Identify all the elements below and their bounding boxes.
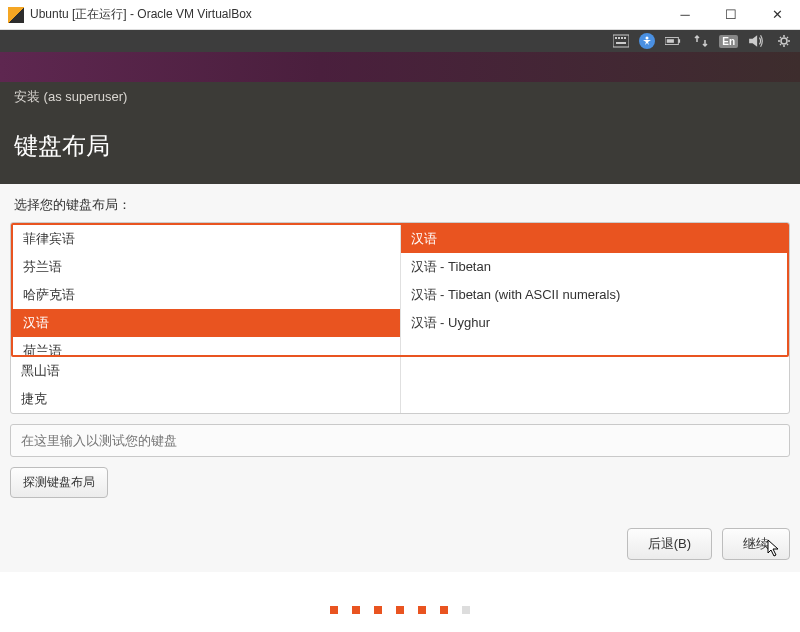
svg-rect-2 bbox=[618, 37, 620, 39]
svg-point-6 bbox=[646, 37, 649, 40]
sound-icon[interactable] bbox=[746, 33, 766, 49]
list-item[interactable]: 哈萨克语 bbox=[13, 281, 400, 309]
ubuntu-menubar: En bbox=[0, 30, 800, 52]
list-item[interactable]: 芬兰语 bbox=[13, 253, 400, 281]
svg-rect-3 bbox=[621, 37, 623, 39]
detect-layout-button[interactable]: 探测键盘布局 bbox=[10, 467, 108, 498]
variant-list[interactable]: 汉语 汉语 - Tibetan 汉语 - Tibetan (with ASCII… bbox=[401, 225, 788, 355]
close-button[interactable]: ✕ bbox=[754, 0, 800, 30]
keyboard-icon[interactable] bbox=[611, 33, 631, 49]
list-item[interactable]: 汉语 - Tibetan (with ASCII numerals) bbox=[401, 281, 788, 309]
window-title: Ubuntu [正在运行] - Oracle VM VirtualBox bbox=[30, 6, 662, 23]
language-list[interactable]: 菲律宾语 芬兰语 哈萨克语 汉语 荷兰语 bbox=[13, 225, 401, 355]
list-item-selected[interactable]: 汉语 bbox=[13, 309, 400, 337]
maximize-button[interactable]: ☐ bbox=[708, 0, 754, 30]
list-item[interactable]: 捷克 bbox=[11, 385, 400, 413]
progress-dot bbox=[374, 606, 382, 614]
svg-rect-8 bbox=[679, 39, 681, 43]
battery-icon[interactable] bbox=[663, 33, 683, 49]
keyboard-test-input[interactable] bbox=[10, 424, 790, 457]
progress-dot bbox=[352, 606, 360, 614]
svg-rect-4 bbox=[624, 37, 626, 39]
gear-icon[interactable] bbox=[774, 33, 794, 49]
svg-point-10 bbox=[781, 38, 787, 44]
continue-label: 继续 bbox=[743, 536, 769, 551]
list-item[interactable]: 汉语 - Tibetan bbox=[401, 253, 788, 281]
list-item[interactable]: 汉语 - Uyghur bbox=[401, 309, 788, 337]
continue-button[interactable]: 继续 bbox=[722, 528, 790, 560]
svg-rect-1 bbox=[615, 37, 617, 39]
list-item-selected[interactable]: 汉语 bbox=[401, 225, 788, 253]
virtualbox-icon bbox=[8, 7, 24, 23]
progress-dot bbox=[440, 606, 448, 614]
installer-content: 选择您的键盘布局： 菲律宾语 芬兰语 哈萨克语 汉语 荷兰语 汉语 汉语 - T… bbox=[0, 184, 800, 572]
window-titlebar: Ubuntu [正在运行] - Oracle VM VirtualBox ─ ☐… bbox=[0, 0, 800, 30]
layout-prompt: 选择您的键盘布局： bbox=[10, 196, 790, 214]
list-item[interactable]: 菲律宾语 bbox=[13, 225, 400, 253]
network-icon[interactable] bbox=[691, 33, 711, 49]
window-controls: ─ ☐ ✕ bbox=[662, 0, 800, 30]
language-list-overflow: 黑山语 捷克 bbox=[11, 357, 789, 413]
keyboard-layout-selection: 菲律宾语 芬兰语 哈萨克语 汉语 荷兰语 汉语 汉语 - Tibetan 汉语 … bbox=[11, 223, 789, 357]
desktop-background-strip bbox=[0, 52, 800, 82]
minimize-button[interactable]: ─ bbox=[662, 0, 708, 30]
nav-buttons: 后退(B) 继续 bbox=[10, 528, 790, 560]
progress-dots bbox=[0, 572, 800, 632]
progress-dot bbox=[418, 606, 426, 614]
progress-dot bbox=[396, 606, 404, 614]
accessibility-icon[interactable] bbox=[639, 33, 655, 49]
svg-rect-9 bbox=[667, 39, 674, 43]
progress-dot-inactive bbox=[462, 606, 470, 614]
cursor-icon bbox=[767, 539, 781, 557]
input-method-indicator[interactable]: En bbox=[719, 35, 738, 48]
installer-window-header: 安装 (as superuser) bbox=[0, 82, 800, 112]
svg-rect-0 bbox=[613, 35, 629, 47]
page-title: 键盘布局 bbox=[0, 112, 800, 184]
svg-rect-5 bbox=[616, 42, 626, 44]
progress-dot bbox=[330, 606, 338, 614]
list-item[interactable]: 荷兰语 bbox=[13, 337, 400, 355]
back-button[interactable]: 后退(B) bbox=[627, 528, 712, 560]
list-item[interactable]: 黑山语 bbox=[11, 357, 400, 385]
